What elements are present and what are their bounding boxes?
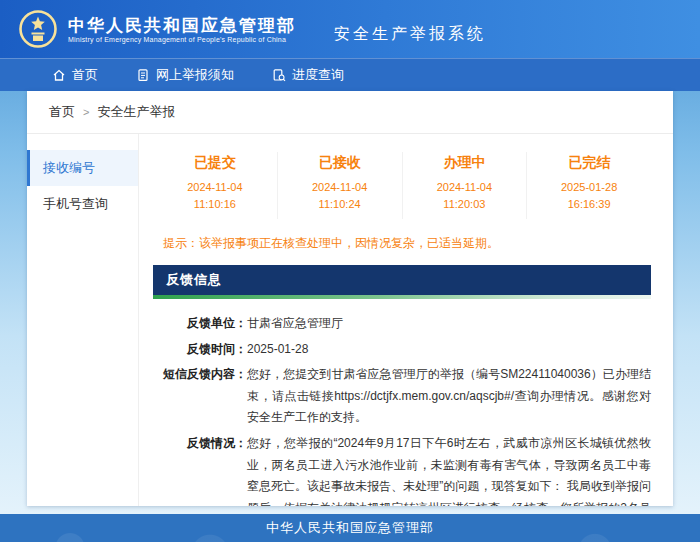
field-sms-feedback: 短信反馈内容： 您好，您提交到甘肃省应急管理厅的举报（编号SM224110400…: [153, 364, 651, 429]
nav-item-label: 进度查询: [292, 66, 344, 84]
field-value: 您好，您举报的“2024年9月17日下午6时左右，武威市凉州区长城镇优然牧业，两…: [247, 433, 651, 506]
step-date: 2024-11-04: [403, 179, 527, 196]
home-icon: [52, 68, 66, 82]
progress-steps: 已提交 2024-11-04 11:10:16 已接收 2024-11-04 1…: [153, 152, 651, 219]
progress-search-icon: [272, 68, 286, 82]
step-label: 已提交: [153, 154, 277, 172]
breadcrumb-current: 安全生产举报: [97, 103, 175, 121]
field-label: 短信反馈内容：: [153, 364, 247, 429]
nav-item-label: 网上举报须知: [156, 66, 234, 84]
step-time: 11:10:24: [278, 196, 402, 213]
field-value: 2025-01-28: [247, 339, 651, 361]
field-value: 甘肃省应急管理厅: [247, 313, 651, 335]
field-value: 您好，您提交到甘肃省应急管理厅的举报（编号SM22411040036）已办理结束…: [247, 364, 651, 429]
content-card: 首页 > 安全生产举报 接收编号 手机号查询 已提交 2024-11-04 11…: [27, 91, 673, 506]
footer-text: 中华人民共和国应急管理部: [266, 519, 434, 537]
step-date: 2024-11-04: [278, 179, 402, 196]
nav-item-label: 首页: [72, 66, 98, 84]
step-time: 11:10:16: [153, 196, 277, 213]
ministry-title-block: 中华人民共和国应急管理部 Ministry of Emergency Manag…: [68, 15, 296, 43]
page-footer: 中华人民共和国应急管理部: [0, 514, 700, 542]
nav-item-report-notice[interactable]: 网上举报须知: [136, 59, 234, 91]
system-name: 安全生产举报系统: [334, 24, 486, 45]
nav-item-home[interactable]: 首页: [52, 59, 98, 91]
field-label: 反馈单位：: [153, 313, 247, 335]
main-nav: 首页 网上举报须知 进度查询: [0, 58, 700, 91]
sidebar-item-receipt-number[interactable]: 接收编号: [27, 150, 138, 186]
step-label: 已接收: [278, 154, 402, 172]
step-submitted: 已提交 2024-11-04 11:10:16: [153, 152, 277, 219]
step-label: 办理中: [403, 154, 527, 172]
breadcrumb-separator: >: [83, 106, 89, 118]
field-feedback-unit: 反馈单位： 甘肃省应急管理厅: [153, 313, 651, 335]
step-processing: 办理中 2024-11-04 11:20:03: [402, 152, 527, 219]
content-wrap: 首页 > 安全生产举报 接收编号 手机号查询 已提交 2024-11-04 11…: [0, 91, 700, 514]
main-panel: 已提交 2024-11-04 11:10:16 已接收 2024-11-04 1…: [139, 134, 673, 506]
step-date: 2025-01-28: [527, 179, 651, 196]
step-label: 已完结: [527, 154, 651, 172]
field-feedback-time: 反馈时间： 2025-01-28: [153, 339, 651, 361]
feedback-section-title: 反馈信息: [153, 265, 651, 295]
delay-hint-text: 提示：该举报事项正在核查处理中，因情况复杂，已适当延期。: [153, 235, 651, 252]
app-header: 中华人民共和国应急管理部 Ministry of Emergency Manag…: [0, 0, 700, 58]
field-feedback-detail: 反馈情况： 您好，您举报的“2024年9月17日下午6时左右，武威市凉州区长城镇…: [153, 433, 651, 506]
step-time: 16:16:39: [527, 196, 651, 213]
breadcrumb-home-link[interactable]: 首页: [49, 103, 75, 121]
ministry-title: 中华人民共和国应急管理部: [68, 15, 296, 36]
breadcrumb: 首页 > 安全生产举报: [27, 91, 673, 134]
step-date: 2024-11-04: [153, 179, 277, 196]
national-emblem-icon: [18, 9, 58, 49]
sidebar-item-phone-query[interactable]: 手机号查询: [27, 186, 138, 222]
ministry-subtitle: Ministry of Emergency Management of Peop…: [68, 36, 296, 43]
notice-doc-icon: [136, 68, 150, 82]
query-sidebar: 接收编号 手机号查询: [27, 134, 139, 506]
nav-item-progress-query[interactable]: 进度查询: [272, 59, 344, 91]
field-label: 反馈时间：: [153, 339, 247, 361]
step-time: 11:20:03: [403, 196, 527, 213]
section-accent-bar: [153, 295, 651, 299]
feedback-fields: 反馈单位： 甘肃省应急管理厅 反馈时间： 2025-01-28 短信反馈内容： …: [153, 313, 651, 506]
step-received: 已接收 2024-11-04 11:10:24: [277, 152, 402, 219]
step-completed: 已完结 2025-01-28 16:16:39: [526, 152, 651, 219]
card-body: 接收编号 手机号查询 已提交 2024-11-04 11:10:16 已接收 2…: [27, 134, 673, 506]
feedback-section: 反馈信息: [153, 265, 651, 299]
field-label: 反馈情况：: [153, 433, 247, 506]
